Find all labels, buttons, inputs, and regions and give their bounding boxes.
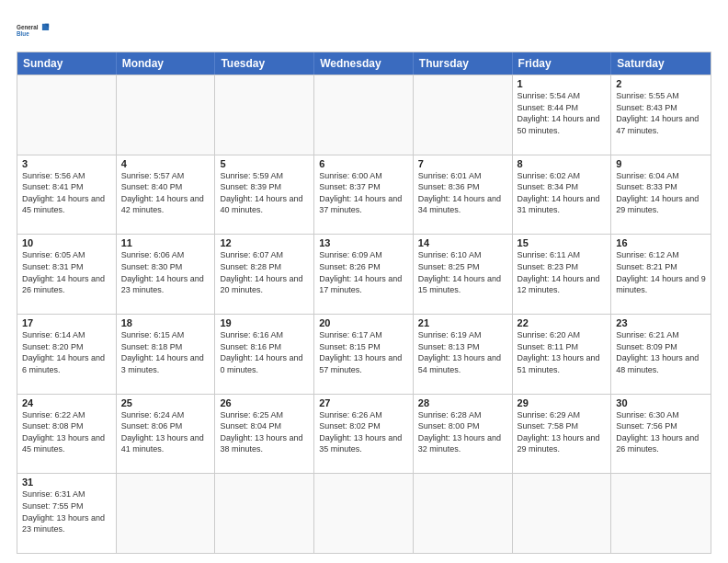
generalblue-logo-icon: GeneralBlue [17, 17, 50, 44]
weekday-header-wednesday: Wednesday [314, 52, 414, 75]
day-number: 10 [22, 237, 111, 248]
day-number: 22 [518, 317, 607, 328]
cell-info: Sunrise: 5:59 AM Sunset: 8:39 PM Dayligh… [220, 170, 309, 216]
calendar-cell: 14Sunrise: 6:10 AM Sunset: 8:25 PM Dayli… [414, 235, 513, 314]
calendar-cell: 17Sunrise: 6:14 AM Sunset: 8:20 PM Dayli… [17, 315, 117, 394]
day-number: 20 [319, 317, 408, 328]
cell-info: Sunrise: 6:02 AM Sunset: 8:34 PM Dayligh… [518, 170, 607, 216]
day-number: 21 [418, 317, 507, 328]
cell-info: Sunrise: 6:15 AM Sunset: 8:18 PM Dayligh… [121, 329, 210, 375]
calendar-row-2: 10Sunrise: 6:05 AM Sunset: 8:31 PM Dayli… [17, 234, 711, 314]
weekday-header-thursday: Thursday [414, 52, 513, 75]
cell-info: Sunrise: 6:22 AM Sunset: 8:08 PM Dayligh… [22, 409, 111, 455]
day-number: 19 [220, 317, 309, 328]
calendar-header-row: SundayMondayTuesdayWednesdayThursdayFrid… [17, 52, 711, 75]
calendar-cell [314, 474, 414, 553]
cell-info: Sunrise: 5:54 AM Sunset: 8:44 PM Dayligh… [518, 90, 607, 136]
day-number: 1 [518, 78, 607, 89]
day-number: 23 [616, 317, 706, 328]
day-number: 6 [319, 158, 408, 169]
calendar-cell: 13Sunrise: 6:09 AM Sunset: 8:26 PM Dayli… [314, 235, 414, 314]
day-number: 25 [121, 397, 210, 408]
day-number: 16 [616, 237, 706, 248]
cell-info: Sunrise: 6:07 AM Sunset: 8:28 PM Dayligh… [220, 249, 309, 295]
cell-info: Sunrise: 6:09 AM Sunset: 8:26 PM Dayligh… [319, 249, 408, 295]
cell-info: Sunrise: 6:29 AM Sunset: 7:58 PM Dayligh… [518, 409, 607, 455]
cell-info: Sunrise: 6:24 AM Sunset: 8:06 PM Dayligh… [121, 409, 210, 455]
weekday-header-friday: Friday [513, 52, 612, 75]
cell-info: Sunrise: 5:57 AM Sunset: 8:40 PM Dayligh… [121, 170, 210, 216]
cell-info: Sunrise: 6:01 AM Sunset: 8:36 PM Dayligh… [418, 170, 507, 216]
calendar-cell [314, 75, 414, 155]
cell-info: Sunrise: 6:06 AM Sunset: 8:30 PM Dayligh… [121, 249, 210, 295]
calendar-cell: 2Sunrise: 5:55 AM Sunset: 8:43 PM Daylig… [611, 75, 711, 155]
day-number: 28 [418, 397, 507, 408]
weekday-header-sunday: Sunday [17, 52, 117, 75]
weekday-header-monday: Monday [117, 52, 216, 75]
day-number: 18 [121, 317, 210, 328]
cell-info: Sunrise: 6:05 AM Sunset: 8:31 PM Dayligh… [22, 249, 111, 295]
calendar-cell: 16Sunrise: 6:12 AM Sunset: 8:21 PM Dayli… [611, 235, 711, 314]
calendar-row-5: 31Sunrise: 6:31 AM Sunset: 7:55 PM Dayli… [17, 473, 711, 553]
day-number: 2 [616, 78, 706, 89]
cell-info: Sunrise: 5:56 AM Sunset: 8:41 PM Dayligh… [22, 170, 111, 216]
cell-info: Sunrise: 6:30 AM Sunset: 7:56 PM Dayligh… [616, 409, 706, 455]
cell-info: Sunrise: 6:21 AM Sunset: 8:09 PM Dayligh… [616, 329, 706, 375]
day-number: 15 [518, 237, 607, 248]
day-number: 14 [418, 237, 507, 248]
calendar-cell: 7Sunrise: 6:01 AM Sunset: 8:36 PM Daylig… [414, 155, 513, 235]
day-number: 8 [518, 158, 607, 169]
cell-info: Sunrise: 6:04 AM Sunset: 8:33 PM Dayligh… [616, 170, 706, 216]
calendar-body: 1Sunrise: 5:54 AM Sunset: 8:44 PM Daylig… [17, 75, 711, 553]
calendar-cell: 10Sunrise: 6:05 AM Sunset: 8:31 PM Dayli… [17, 235, 117, 314]
cell-info: Sunrise: 6:11 AM Sunset: 8:23 PM Dayligh… [518, 249, 607, 295]
day-number: 27 [319, 397, 408, 408]
calendar-cell [414, 75, 513, 155]
day-number: 29 [518, 397, 607, 408]
day-number: 3 [22, 158, 111, 169]
calendar-cell: 11Sunrise: 6:06 AM Sunset: 8:30 PM Dayli… [117, 235, 216, 314]
cell-info: Sunrise: 6:16 AM Sunset: 8:16 PM Dayligh… [220, 329, 309, 375]
logo: GeneralBlue [17, 17, 50, 44]
cell-info: Sunrise: 6:10 AM Sunset: 8:25 PM Dayligh… [418, 249, 507, 295]
day-number: 24 [22, 397, 111, 408]
cell-info: Sunrise: 6:28 AM Sunset: 8:00 PM Dayligh… [418, 409, 507, 455]
header: GeneralBlue [17, 17, 711, 44]
svg-text:General: General [17, 24, 39, 30]
cell-info: Sunrise: 6:26 AM Sunset: 8:02 PM Dayligh… [319, 409, 408, 455]
calendar-cell: 21Sunrise: 6:19 AM Sunset: 8:13 PM Dayli… [414, 315, 513, 394]
calendar-cell: 24Sunrise: 6:22 AM Sunset: 8:08 PM Dayli… [17, 395, 117, 474]
calendar-cell: 29Sunrise: 6:29 AM Sunset: 7:58 PM Dayli… [513, 395, 612, 474]
calendar-cell: 19Sunrise: 6:16 AM Sunset: 8:16 PM Dayli… [215, 315, 314, 394]
calendar-cell: 12Sunrise: 6:07 AM Sunset: 8:28 PM Dayli… [215, 235, 314, 314]
calendar-row-1: 3Sunrise: 5:56 AM Sunset: 8:41 PM Daylig… [17, 155, 711, 235]
calendar-cell: 25Sunrise: 6:24 AM Sunset: 8:06 PM Dayli… [117, 395, 216, 474]
calendar-row-3: 17Sunrise: 6:14 AM Sunset: 8:20 PM Dayli… [17, 314, 711, 394]
day-number: 26 [220, 397, 309, 408]
calendar-cell: 28Sunrise: 6:28 AM Sunset: 8:00 PM Dayli… [414, 395, 513, 474]
calendar-cell: 6Sunrise: 6:00 AM Sunset: 8:37 PM Daylig… [314, 155, 414, 235]
day-number: 30 [616, 397, 706, 408]
calendar-cell [611, 474, 711, 553]
cell-info: Sunrise: 5:55 AM Sunset: 8:43 PM Dayligh… [616, 90, 706, 136]
svg-text:Blue: Blue [17, 30, 29, 37]
day-number: 13 [319, 237, 408, 248]
calendar-cell: 5Sunrise: 5:59 AM Sunset: 8:39 PM Daylig… [215, 155, 314, 235]
cell-info: Sunrise: 6:25 AM Sunset: 8:04 PM Dayligh… [220, 409, 309, 455]
calendar-cell: 20Sunrise: 6:17 AM Sunset: 8:15 PM Dayli… [314, 315, 414, 394]
calendar-cell: 3Sunrise: 5:56 AM Sunset: 8:41 PM Daylig… [17, 155, 117, 235]
cell-info: Sunrise: 6:00 AM Sunset: 8:37 PM Dayligh… [319, 170, 408, 216]
cell-info: Sunrise: 6:31 AM Sunset: 7:55 PM Dayligh… [22, 488, 111, 534]
calendar-cell [117, 75, 216, 155]
cell-info: Sunrise: 6:17 AM Sunset: 8:15 PM Dayligh… [319, 329, 408, 375]
calendar-row-0: 1Sunrise: 5:54 AM Sunset: 8:44 PM Daylig… [17, 75, 711, 155]
calendar-cell: 23Sunrise: 6:21 AM Sunset: 8:09 PM Dayli… [611, 315, 711, 394]
calendar-cell [215, 75, 314, 155]
day-number: 17 [22, 317, 111, 328]
calendar: SundayMondayTuesdayWednesdayThursdayFrid… [17, 52, 711, 554]
day-number: 31 [22, 477, 111, 488]
cell-info: Sunrise: 6:12 AM Sunset: 8:21 PM Dayligh… [616, 249, 706, 295]
calendar-cell: 8Sunrise: 6:02 AM Sunset: 8:34 PM Daylig… [513, 155, 612, 235]
cell-info: Sunrise: 6:14 AM Sunset: 8:20 PM Dayligh… [22, 329, 111, 375]
calendar-cell: 30Sunrise: 6:30 AM Sunset: 7:56 PM Dayli… [611, 395, 711, 474]
